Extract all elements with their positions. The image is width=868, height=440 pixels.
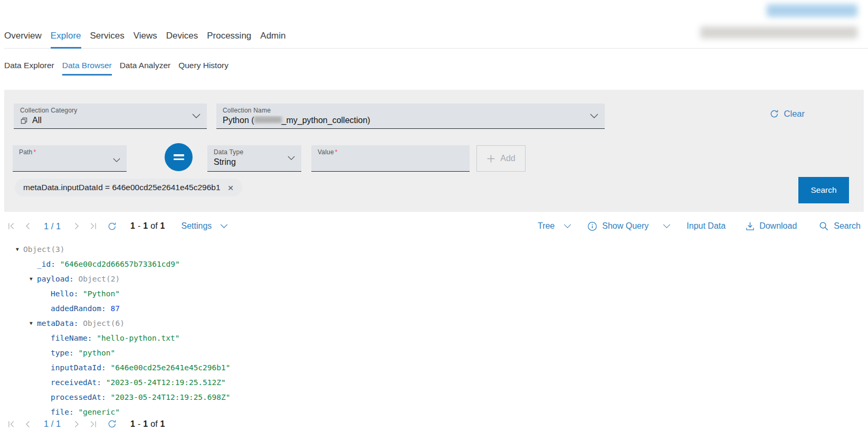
chip-close-icon[interactable]: × <box>228 183 234 193</box>
tree-value: "python" <box>78 349 115 357</box>
first-page-icon[interactable] <box>7 420 15 428</box>
required-asterisk: * <box>335 148 338 156</box>
view-mode-value: Tree <box>538 221 555 231</box>
input-data-label: Input Data <box>686 221 726 231</box>
input-data-button[interactable]: Input Data <box>686 221 726 231</box>
download-button[interactable]: Download <box>746 221 797 231</box>
show-query-label: Show Query <box>602 221 648 231</box>
add-label: Add <box>500 154 515 163</box>
tree-value: "generic" <box>78 408 120 416</box>
refresh-icon <box>769 109 779 119</box>
tree-key: _id: <box>37 260 60 268</box>
bottom-pager: 1 / 1 1-1of1 <box>7 419 165 429</box>
filter-chip-text: metaData.inputDataId = 646e00cd25e2641e4… <box>23 183 221 192</box>
json-tree-view: ▼Object(3)▼_id: "646e00cd2d66657b73361cd… <box>0 242 868 419</box>
equals-icon <box>174 154 184 156</box>
tree-row: ▼processedAt: "2023-05-24T12:19:25.698Z" <box>0 390 868 405</box>
collection-category-value: All <box>32 116 42 125</box>
tree-value: "646e00cd25e2641e45c296b1" <box>111 363 231 372</box>
data-type-value: String <box>214 157 236 167</box>
show-query-button[interactable]: Show Query <box>587 221 671 231</box>
tree-key: processedAt: <box>51 393 111 401</box>
page-indicator: 1 / 1 <box>44 419 61 429</box>
path-label: Path* <box>19 148 120 156</box>
add-condition-button[interactable]: Add <box>476 145 526 172</box>
last-page-icon[interactable] <box>89 420 97 428</box>
filter-chip: metaData.inputDataId = 646e00cd25e2641e4… <box>15 179 242 196</box>
collection-category-select[interactable]: Collection Category All <box>14 104 207 129</box>
top-pager: 1 / 1 1-1of1 Settings <box>7 221 228 231</box>
collection-name-select[interactable]: Collection Name Python (_my_python_colle… <box>216 104 605 129</box>
tree-value: "646e00cd2d66657b73361cd9" <box>60 260 180 268</box>
nav-services[interactable]: Services <box>90 23 125 48</box>
tree-row: ▼inputDataId: "646e00cd25e2641e45c296b1" <box>0 360 868 375</box>
path-select[interactable]: Path* <box>13 145 127 172</box>
toolbar-actions: Tree Show Query <box>538 221 861 231</box>
tree-row: ▼addedRandom: 87 <box>0 301 868 316</box>
plus-icon <box>487 154 495 163</box>
tree-key: Hello: <box>51 289 83 298</box>
value-input[interactable]: Value* <box>311 145 470 172</box>
caret-icon[interactable]: ▼ <box>30 316 37 330</box>
tab-query-history[interactable]: Query History <box>178 55 228 76</box>
nav-devices[interactable]: Devices <box>166 23 198 48</box>
chevron-down-icon <box>590 114 598 119</box>
download-label: Download <box>759 221 797 231</box>
data-type-select[interactable]: Data Type String <box>207 145 301 172</box>
tree-row: ▼fileName: "hello-python.txt" <box>0 331 868 345</box>
tree-key: receivedAt: <box>51 378 106 387</box>
chevron-down-icon <box>564 224 571 229</box>
view-mode-select[interactable]: Tree <box>538 221 571 231</box>
tab-data-analyzer[interactable]: Data Analyzer <box>120 55 171 76</box>
main-nav: Overview Explore Services Views Devices … <box>4 23 868 49</box>
refresh-results-icon[interactable] <box>107 419 117 429</box>
collection-name-label: Collection Name <box>223 107 598 114</box>
settings-button[interactable]: Settings <box>182 221 228 231</box>
redacted-header-links <box>767 4 857 17</box>
tree-row: ▼payload: Object(2) <box>0 272 868 286</box>
tab-data-browser[interactable]: Data Browser <box>62 55 112 76</box>
tree-value: "2023-05-24T12:19:25.698Z" <box>111 393 231 401</box>
data-browser-page: Overview Explore Services Views Devices … <box>0 0 868 440</box>
search-button[interactable]: Search <box>798 177 849 203</box>
tree-value: "Python" <box>83 289 120 298</box>
nav-processing[interactable]: Processing <box>207 23 251 48</box>
tree-row: ▼type: "python" <box>0 345 868 360</box>
caret-icon[interactable]: ▼ <box>16 242 23 256</box>
nav-admin[interactable]: Admin <box>260 23 285 48</box>
sub-nav: Data Explorer Data Browser Data Analyzer… <box>4 55 228 76</box>
collection-name-value: Python (_my_python_collection) <box>223 116 370 125</box>
info-icon <box>587 221 597 231</box>
nav-explore[interactable]: Explore <box>51 23 81 48</box>
tree-row: ▼receivedAt: "2023-05-24T12:19:25.512Z" <box>0 375 868 390</box>
data-type-label: Data Type <box>214 148 295 156</box>
clear-button[interactable]: Clear <box>769 109 805 119</box>
result-count: 1-1of1 <box>130 419 165 429</box>
next-page-icon[interactable] <box>74 420 80 428</box>
nav-views[interactable]: Views <box>133 23 157 48</box>
tree-row: ▼metaData: Object(6) <box>0 316 868 331</box>
last-page-icon[interactable] <box>89 222 97 230</box>
results-toolbar: 1 / 1 1-1of1 Settings <box>4 212 864 240</box>
nav-overview[interactable]: Overview <box>4 23 42 48</box>
refresh-results-icon[interactable] <box>107 221 117 231</box>
next-page-icon[interactable] <box>74 222 80 230</box>
first-page-icon[interactable] <box>7 222 15 230</box>
required-asterisk: * <box>34 148 36 156</box>
tree-object-meta: Object(2) <box>79 275 120 283</box>
tree-object-meta: Object(6) <box>83 319 125 327</box>
caret-icon[interactable]: ▼ <box>30 272 37 286</box>
tab-data-explorer[interactable]: Data Explorer <box>4 55 54 76</box>
settings-label: Settings <box>182 221 212 231</box>
result-search-button[interactable]: Search <box>819 221 861 231</box>
download-icon <box>746 221 755 231</box>
result-count: 1-1of1 <box>130 221 165 231</box>
operator-equals-button[interactable] <box>165 143 193 171</box>
prev-page-icon[interactable] <box>24 420 31 428</box>
collection-category-label: Collection Category <box>20 107 201 114</box>
prev-page-icon[interactable] <box>24 222 31 230</box>
tree-value: "2023-05-24T12:19:25.512Z" <box>106 378 226 387</box>
tree-key: type: <box>51 349 78 357</box>
page-indicator: 1 / 1 <box>44 221 61 231</box>
tree-key: inputDataId: <box>51 363 111 372</box>
